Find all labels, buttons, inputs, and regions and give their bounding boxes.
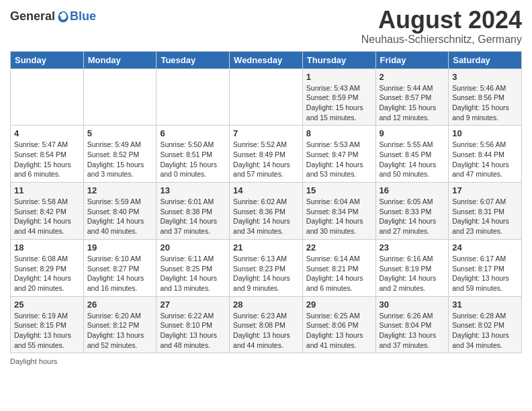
day-number: 29 bbox=[306, 300, 372, 310]
footer-note: Daylight hours bbox=[10, 357, 522, 365]
day-info: Sunrise: 6:28 AMSunset: 8:02 PMDaylight:… bbox=[452, 311, 518, 351]
day-info: Sunrise: 5:52 AMSunset: 8:49 PMDaylight:… bbox=[233, 140, 299, 179]
day-number: 12 bbox=[87, 185, 153, 195]
calendar-week-row: 4Sunrise: 5:47 AMSunset: 8:54 PMDaylight… bbox=[11, 126, 522, 183]
day-number: 26 bbox=[87, 300, 153, 310]
day-number: 24 bbox=[452, 242, 518, 253]
calendar-cell: 1Sunrise: 5:43 AMSunset: 8:59 PMDaylight… bbox=[302, 68, 375, 126]
calendar-day-header: Tuesday bbox=[157, 51, 230, 68]
calendar-day-header: Sunday bbox=[11, 51, 84, 68]
calendar-body: 1Sunrise: 5:43 AMSunset: 8:59 PMDaylight… bbox=[11, 68, 522, 353]
day-number: 1 bbox=[306, 72, 372, 82]
day-info: Sunrise: 6:16 AMSunset: 8:19 PMDaylight:… bbox=[380, 254, 445, 293]
day-info: Sunrise: 5:46 AMSunset: 8:56 PMDaylight:… bbox=[452, 83, 518, 123]
logo-bird-icon bbox=[56, 10, 70, 24]
calendar-cell: 25Sunrise: 6:19 AMSunset: 8:15 PMDayligh… bbox=[11, 296, 84, 353]
day-number: 27 bbox=[160, 300, 226, 310]
day-info: Sunrise: 5:44 AMSunset: 8:57 PMDaylight:… bbox=[380, 83, 445, 123]
day-number: 22 bbox=[306, 242, 372, 253]
calendar-cell bbox=[157, 68, 230, 126]
day-info: Sunrise: 6:13 AMSunset: 8:23 PMDaylight:… bbox=[233, 254, 299, 293]
day-info: Sunrise: 5:55 AMSunset: 8:45 PMDaylight:… bbox=[380, 140, 445, 179]
calendar-header-row: SundayMondayTuesdayWednesdayThursdayFrid… bbox=[11, 51, 522, 68]
day-info: Sunrise: 6:20 AMSunset: 8:12 PMDaylight:… bbox=[87, 311, 153, 351]
calendar-cell: 20Sunrise: 6:11 AMSunset: 8:25 PMDayligh… bbox=[157, 239, 230, 296]
calendar-day-header: Saturday bbox=[449, 51, 522, 68]
calendar-week-row: 11Sunrise: 5:58 AMSunset: 8:42 PMDayligh… bbox=[11, 183, 522, 240]
calendar-cell: 28Sunrise: 6:23 AMSunset: 8:08 PMDayligh… bbox=[230, 296, 303, 353]
day-info: Sunrise: 5:47 AMSunset: 8:54 PMDaylight:… bbox=[14, 140, 80, 179]
calendar-cell: 15Sunrise: 6:04 AMSunset: 8:34 PMDayligh… bbox=[302, 183, 375, 240]
day-number: 9 bbox=[380, 128, 445, 138]
calendar-cell bbox=[83, 68, 157, 126]
day-info: Sunrise: 5:43 AMSunset: 8:59 PMDaylight:… bbox=[306, 83, 372, 123]
day-number: 25 bbox=[14, 300, 80, 310]
day-info: Sunrise: 5:58 AMSunset: 8:42 PMDaylight:… bbox=[14, 197, 80, 236]
calendar-cell: 23Sunrise: 6:16 AMSunset: 8:19 PMDayligh… bbox=[375, 239, 449, 296]
day-number: 31 bbox=[452, 300, 518, 310]
day-info: Sunrise: 6:10 AMSunset: 8:27 PMDaylight:… bbox=[87, 254, 153, 293]
calendar-cell: 31Sunrise: 6:28 AMSunset: 8:02 PMDayligh… bbox=[449, 296, 522, 353]
day-number: 14 bbox=[233, 185, 299, 195]
calendar-cell: 24Sunrise: 6:17 AMSunset: 8:17 PMDayligh… bbox=[449, 239, 522, 296]
day-number: 2 bbox=[380, 72, 445, 82]
calendar-table: SundayMondayTuesdayWednesdayThursdayFrid… bbox=[10, 51, 522, 354]
day-number: 21 bbox=[233, 242, 299, 253]
logo-general-text: General bbox=[10, 9, 55, 24]
day-info: Sunrise: 6:07 AMSunset: 8:31 PMDaylight:… bbox=[452, 197, 518, 236]
calendar-day-header: Monday bbox=[83, 51, 157, 68]
day-number: 11 bbox=[14, 185, 80, 195]
day-number: 7 bbox=[233, 128, 299, 138]
day-number: 19 bbox=[87, 242, 153, 253]
calendar-cell: 26Sunrise: 6:20 AMSunset: 8:12 PMDayligh… bbox=[83, 296, 157, 353]
day-info: Sunrise: 6:05 AMSunset: 8:33 PMDaylight:… bbox=[380, 197, 445, 236]
calendar-cell: 30Sunrise: 6:26 AMSunset: 8:04 PMDayligh… bbox=[375, 296, 449, 353]
day-number: 18 bbox=[14, 242, 80, 253]
calendar-week-row: 18Sunrise: 6:08 AMSunset: 8:29 PMDayligh… bbox=[11, 239, 522, 296]
day-info: Sunrise: 6:08 AMSunset: 8:29 PMDaylight:… bbox=[14, 254, 80, 293]
day-number: 8 bbox=[306, 128, 372, 138]
day-info: Sunrise: 6:23 AMSunset: 8:08 PMDaylight:… bbox=[233, 311, 299, 351]
day-info: Sunrise: 6:22 AMSunset: 8:10 PMDaylight:… bbox=[160, 311, 226, 351]
day-number: 5 bbox=[87, 128, 153, 138]
calendar-cell: 29Sunrise: 6:25 AMSunset: 8:06 PMDayligh… bbox=[302, 296, 375, 353]
day-info: Sunrise: 5:50 AMSunset: 8:51 PMDaylight:… bbox=[160, 140, 226, 179]
day-info: Sunrise: 6:26 AMSunset: 8:04 PMDaylight:… bbox=[380, 311, 445, 351]
calendar-cell: 19Sunrise: 6:10 AMSunset: 8:27 PMDayligh… bbox=[83, 239, 157, 296]
day-number: 30 bbox=[380, 300, 445, 310]
calendar-cell: 3Sunrise: 5:46 AMSunset: 8:56 PMDaylight… bbox=[449, 68, 522, 126]
day-number: 20 bbox=[160, 242, 226, 253]
calendar-cell: 12Sunrise: 5:59 AMSunset: 8:40 PMDayligh… bbox=[83, 183, 157, 240]
calendar-cell: 6Sunrise: 5:50 AMSunset: 8:51 PMDaylight… bbox=[157, 126, 230, 183]
day-number: 6 bbox=[160, 128, 226, 138]
day-info: Sunrise: 6:01 AMSunset: 8:38 PMDaylight:… bbox=[160, 197, 226, 236]
day-number: 10 bbox=[452, 128, 518, 138]
day-info: Sunrise: 6:17 AMSunset: 8:17 PMDaylight:… bbox=[452, 254, 518, 293]
day-number: 28 bbox=[233, 300, 299, 310]
day-number: 3 bbox=[452, 72, 518, 82]
main-title: August 2024 bbox=[361, 7, 522, 34]
calendar-cell: 4Sunrise: 5:47 AMSunset: 8:54 PMDaylight… bbox=[11, 126, 84, 183]
calendar-cell: 7Sunrise: 5:52 AMSunset: 8:49 PMDaylight… bbox=[230, 126, 303, 183]
calendar-cell: 14Sunrise: 6:02 AMSunset: 8:36 PMDayligh… bbox=[230, 183, 303, 240]
day-number: 16 bbox=[380, 185, 445, 195]
day-info: Sunrise: 5:56 AMSunset: 8:44 PMDaylight:… bbox=[452, 140, 518, 179]
calendar-cell: 10Sunrise: 5:56 AMSunset: 8:44 PMDayligh… bbox=[449, 126, 522, 183]
calendar-day-header: Wednesday bbox=[230, 51, 303, 68]
day-info: Sunrise: 6:02 AMSunset: 8:36 PMDaylight:… bbox=[233, 197, 299, 236]
calendar-cell: 18Sunrise: 6:08 AMSunset: 8:29 PMDayligh… bbox=[11, 239, 84, 296]
calendar-cell: 5Sunrise: 5:49 AMSunset: 8:52 PMDaylight… bbox=[83, 126, 157, 183]
title-section: August 2024 Neuhaus-Schierschnitz, Germa… bbox=[361, 7, 522, 46]
day-info: Sunrise: 6:11 AMSunset: 8:25 PMDaylight:… bbox=[160, 254, 226, 293]
page-header: General Blue August 2024 Neuhaus-Schiers… bbox=[10, 7, 522, 46]
day-number: 15 bbox=[306, 185, 372, 195]
calendar-cell: 11Sunrise: 5:58 AMSunset: 8:42 PMDayligh… bbox=[11, 183, 84, 240]
day-info: Sunrise: 6:25 AMSunset: 8:06 PMDaylight:… bbox=[306, 311, 372, 351]
day-number: 4 bbox=[14, 128, 80, 138]
day-info: Sunrise: 6:19 AMSunset: 8:15 PMDaylight:… bbox=[14, 311, 80, 351]
day-info: Sunrise: 5:49 AMSunset: 8:52 PMDaylight:… bbox=[87, 140, 153, 179]
calendar-day-header: Thursday bbox=[302, 51, 375, 68]
calendar-cell: 21Sunrise: 6:13 AMSunset: 8:23 PMDayligh… bbox=[230, 239, 303, 296]
calendar-cell: 8Sunrise: 5:53 AMSunset: 8:47 PMDaylight… bbox=[302, 126, 375, 183]
calendar-cell: 2Sunrise: 5:44 AMSunset: 8:57 PMDaylight… bbox=[375, 68, 449, 126]
